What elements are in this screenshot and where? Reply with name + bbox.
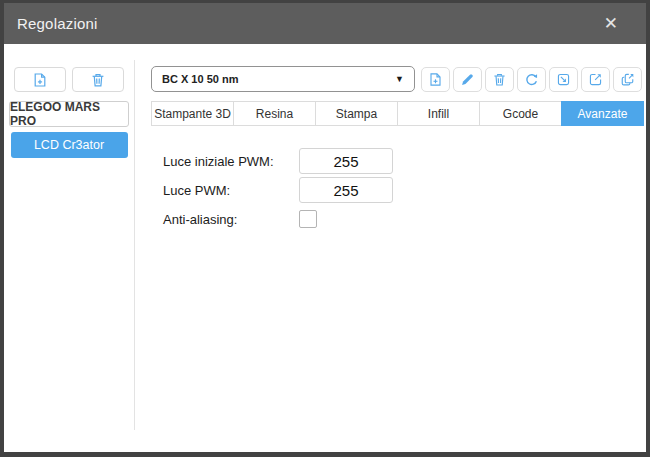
luce-iniziale-pwm-label: Luce iniziale PWM: bbox=[163, 154, 299, 169]
tab-infill[interactable]: Infill bbox=[397, 101, 480, 126]
trash-icon bbox=[492, 72, 507, 87]
luce-iniziale-pwm-input[interactable] bbox=[299, 148, 393, 174]
printer-sidebar: ELEGOO MARS PRO LCD Cr3ator bbox=[4, 44, 134, 452]
tab-resina[interactable]: Resina bbox=[233, 101, 316, 126]
sidebar-divider bbox=[134, 60, 135, 430]
printer-item-elegoo-mars-pro[interactable]: ELEGOO MARS PRO bbox=[9, 101, 129, 127]
anti-aliasing-checkbox[interactable] bbox=[299, 210, 317, 228]
reset-profile-button[interactable] bbox=[517, 67, 546, 92]
dialog-content: ELEGOO MARS PRO LCD Cr3ator BC X 10 50 n… bbox=[4, 44, 646, 452]
resin-profile-row: BC X 10 50 nm ▼ bbox=[151, 66, 644, 92]
form-row-anti-aliasing: Anti-aliasing: bbox=[163, 206, 644, 232]
dialog-title: Regolazioni bbox=[17, 15, 98, 32]
export-all-icon bbox=[620, 72, 635, 87]
tab-stampa[interactable]: Stampa bbox=[315, 101, 398, 126]
export-icon bbox=[588, 72, 603, 87]
title-bar: Regolazioni ✕ bbox=[4, 3, 646, 44]
resin-profile-value: BC X 10 50 nm bbox=[162, 73, 238, 85]
form-row-luce-pwm: Luce PWM: bbox=[163, 177, 644, 203]
pen-icon bbox=[460, 72, 475, 87]
add-printer-button[interactable] bbox=[14, 67, 66, 92]
printer-toolbar bbox=[4, 67, 134, 92]
settings-dialog: Regolazioni ✕ bbox=[0, 0, 650, 457]
settings-tabs: Stampante 3D Resina Stampa Infill Gcode … bbox=[151, 101, 644, 126]
import-profile-button[interactable] bbox=[549, 67, 578, 92]
import-icon bbox=[556, 72, 571, 87]
profile-toolbar bbox=[421, 67, 642, 92]
luce-pwm-label: Luce PWM: bbox=[163, 183, 299, 198]
file-plus-icon bbox=[428, 72, 443, 87]
export-all-profiles-button[interactable] bbox=[613, 67, 642, 92]
form-row-luce-iniziale-pwm: Luce iniziale PWM: bbox=[163, 148, 644, 174]
delete-printer-button[interactable] bbox=[72, 67, 124, 92]
luce-pwm-input[interactable] bbox=[299, 177, 393, 203]
export-profile-button[interactable] bbox=[581, 67, 610, 92]
trash-icon bbox=[90, 72, 106, 88]
add-profile-button[interactable] bbox=[421, 67, 450, 92]
edit-profile-button[interactable] bbox=[453, 67, 482, 92]
close-icon[interactable]: ✕ bbox=[598, 11, 624, 36]
printer-item-lcd-cr3ator[interactable]: LCD Cr3ator bbox=[11, 132, 128, 158]
file-plus-icon bbox=[32, 72, 48, 88]
chevron-down-icon: ▼ bbox=[395, 74, 404, 84]
main-panel: BC X 10 50 nm ▼ bbox=[134, 44, 650, 452]
delete-profile-button[interactable] bbox=[485, 67, 514, 92]
tab-avanzate[interactable]: Avanzate bbox=[561, 101, 644, 126]
advanced-settings-form: Luce iniziale PWM: Luce PWM: Anti-aliasi… bbox=[151, 148, 644, 232]
refresh-icon bbox=[524, 72, 539, 87]
anti-aliasing-label: Anti-aliasing: bbox=[163, 212, 299, 227]
resin-profile-select[interactable]: BC X 10 50 nm ▼ bbox=[151, 66, 415, 92]
tab-gcode[interactable]: Gcode bbox=[479, 101, 562, 126]
tab-stampante-3d[interactable]: Stampante 3D bbox=[151, 101, 234, 126]
